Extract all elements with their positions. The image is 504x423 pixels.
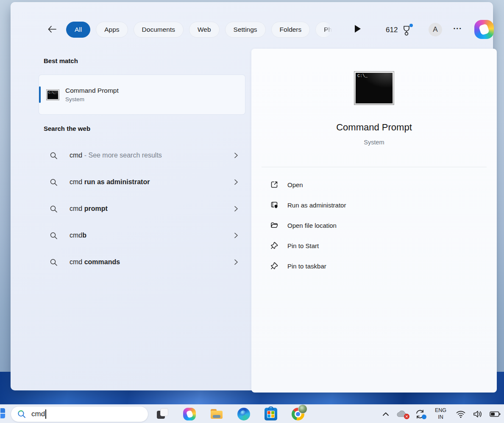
open-external-icon <box>270 180 278 189</box>
task-view-button[interactable] <box>156 408 169 420</box>
chevron-right-icon <box>233 152 239 158</box>
account-avatar[interactable]: A <box>429 23 442 36</box>
detail-divider <box>262 167 487 167</box>
more-options-icon[interactable]: ••• <box>454 26 462 31</box>
pin-icon <box>270 241 278 250</box>
web-suggestion-row[interactable]: cmd commands <box>39 253 245 271</box>
filter-tab-settings[interactable]: Settings <box>225 22 266 38</box>
search-icon <box>50 258 58 266</box>
back-button[interactable] <box>46 23 58 35</box>
avatar-initial: A <box>433 25 437 34</box>
taskbar-search-input[interactable]: cmd <box>11 406 148 422</box>
filter-tab-web[interactable]: Web <box>189 22 220 38</box>
taskbar: cmd <box>0 404 504 423</box>
taskbar-app-icons <box>156 405 304 423</box>
detail-title: Command Prompt <box>251 122 497 133</box>
filter-tab-folders[interactable]: Folders <box>271 22 310 38</box>
edge-browser-icon[interactable] <box>237 408 250 420</box>
web-suggestion-row[interactable]: cmd run as administrator <box>39 173 245 191</box>
action-pin-to-start[interactable]: Pin to Start <box>262 235 487 256</box>
action-open-file-location[interactable]: Open file location <box>262 215 487 235</box>
action-pin-to-taskbar[interactable]: Pin to taskbar <box>262 256 487 276</box>
filter-tab-documents[interactable]: Documents <box>134 22 184 38</box>
web-suggestion-row[interactable]: cmd prompt <box>39 199 245 218</box>
chevron-right-icon <box>233 206 239 212</box>
microsoft-store-icon[interactable] <box>265 408 277 420</box>
web-suggestion-row[interactable]: cmd - See more search results <box>39 146 245 165</box>
search-icon <box>50 178 58 186</box>
copilot-icon[interactable] <box>474 20 494 39</box>
search-web-header: Search the web <box>44 125 90 132</box>
run-admin-shield-icon <box>270 201 278 209</box>
action-open[interactable]: Open <box>262 174 487 195</box>
chevron-right-icon <box>233 232 239 238</box>
text-cursor <box>45 409 46 419</box>
wifi-icon[interactable] <box>456 410 466 418</box>
web-suggestions-list: cmd - See more search results cmd run as… <box>39 146 245 279</box>
volume-icon[interactable] <box>473 410 483 418</box>
back-arrow-icon <box>47 24 57 34</box>
rewards-trophy-icon <box>401 24 412 36</box>
search-flyout-panel: All Apps Documents Web Settings Folders … <box>11 2 493 390</box>
context-actions-list: Open Run as administrator Open file loca… <box>262 174 487 276</box>
copilot-taskbar-icon[interactable] <box>183 408 196 420</box>
start-button-partial-icon[interactable] <box>0 408 5 418</box>
folder-icon <box>270 221 278 229</box>
detail-subtitle: System <box>251 139 497 146</box>
pin-icon <box>270 262 278 270</box>
selection-accent-bar <box>39 86 41 103</box>
search-filter-tabs: All Apps Documents Web Settings Folders … <box>66 22 332 38</box>
best-match-header: Best match <box>44 57 78 64</box>
file-explorer-icon[interactable] <box>210 408 223 420</box>
filter-tab-all[interactable]: All <box>66 22 90 38</box>
command-prompt-icon-large: C:\_ <box>354 71 394 105</box>
web-suggestion-row[interactable]: cmdb <box>39 226 245 245</box>
command-prompt-icon: C:\_ <box>46 89 59 100</box>
best-match-title: Command Prompt <box>65 87 119 94</box>
tray-chevron-up-icon[interactable] <box>382 412 389 416</box>
search-icon <box>50 232 58 240</box>
chevron-right-icon <box>233 259 239 265</box>
desktop-screen: All Apps Documents Web Settings Folders … <box>0 0 504 423</box>
rewards-points: 612 <box>386 26 398 34</box>
sync-update-icon[interactable] <box>415 409 426 419</box>
best-match-subtitle: System <box>65 96 119 102</box>
rewards-button[interactable]: 612 <box>386 24 412 36</box>
battery-icon[interactable] <box>490 411 501 417</box>
best-match-result[interactable]: C:\_ Command Prompt System <box>39 75 245 114</box>
best-match-text: Command Prompt System <box>65 87 119 102</box>
search-icon <box>17 409 26 419</box>
search-query-text: cmd <box>31 410 45 418</box>
search-icon <box>50 152 58 160</box>
system-tray: ✕ ENG IN <box>382 405 501 423</box>
onedrive-error-icon[interactable]: ✕ <box>396 410 408 418</box>
filter-tab-apps[interactable]: Apps <box>96 22 128 38</box>
filter-scroll-right-icon[interactable] <box>355 25 361 33</box>
chevron-right-icon <box>233 179 239 185</box>
chrome-browser-icon[interactable] <box>292 408 304 420</box>
language-indicator[interactable]: ENG IN <box>432 407 449 420</box>
chrome-profile-avatar <box>298 404 307 414</box>
action-run-as-administrator[interactable]: Run as administrator <box>262 195 487 215</box>
search-icon <box>50 205 58 213</box>
filter-tab-photos-truncated[interactable]: Ph <box>315 22 332 38</box>
